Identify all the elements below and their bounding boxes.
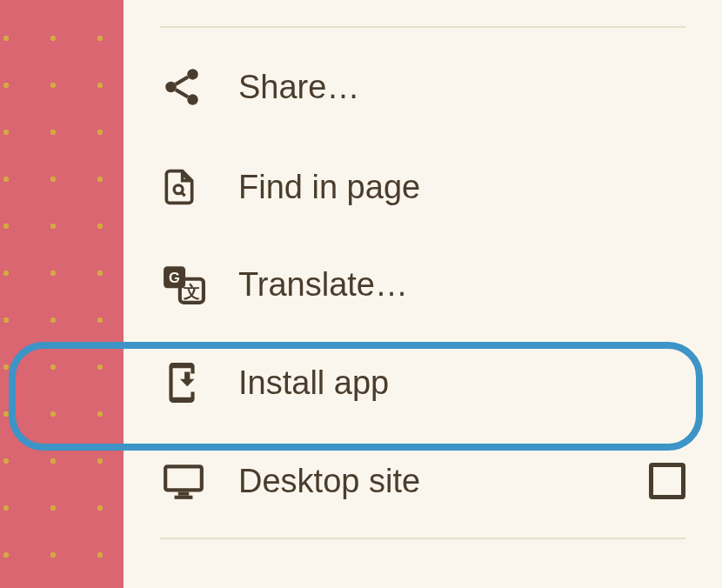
menu-item-find-in-page[interactable]: Find in page bbox=[124, 137, 722, 237]
menu-item-label: Find in page bbox=[238, 169, 420, 206]
background-pattern bbox=[0, 0, 124, 588]
svg-point-1 bbox=[165, 82, 177, 93]
find-icon bbox=[160, 164, 212, 210]
svg-point-3 bbox=[174, 185, 183, 194]
divider-bottom bbox=[160, 538, 685, 539]
desktop-icon bbox=[160, 459, 212, 503]
divider-top bbox=[160, 26, 685, 28]
menu-item-share[interactable]: Share… bbox=[124, 37, 722, 137]
menu-item-label: Share… bbox=[238, 69, 359, 106]
svg-text:文: 文 bbox=[183, 283, 200, 301]
install-icon bbox=[160, 358, 212, 407]
menu-item-label: Install app bbox=[238, 364, 389, 402]
svg-rect-10 bbox=[175, 496, 193, 499]
menu-item-install-app[interactable]: Install app bbox=[124, 332, 722, 433]
menu-item-desktop-site[interactable]: Desktop site bbox=[124, 433, 722, 529]
svg-rect-9 bbox=[178, 492, 190, 496]
browser-menu-panel: Share… Find in page G 文 Translate… bbox=[124, 0, 722, 588]
menu-item-label: Desktop site bbox=[238, 463, 420, 500]
svg-line-4 bbox=[182, 192, 185, 196]
menu-item-translate[interactable]: G 文 Translate… bbox=[124, 237, 722, 332]
svg-point-0 bbox=[187, 69, 198, 80]
translate-icon: G 文 bbox=[160, 263, 212, 306]
desktop-site-checkbox[interactable] bbox=[649, 463, 685, 499]
svg-point-2 bbox=[187, 94, 198, 105]
menu-item-label: Translate… bbox=[238, 266, 408, 304]
share-icon bbox=[160, 63, 212, 111]
